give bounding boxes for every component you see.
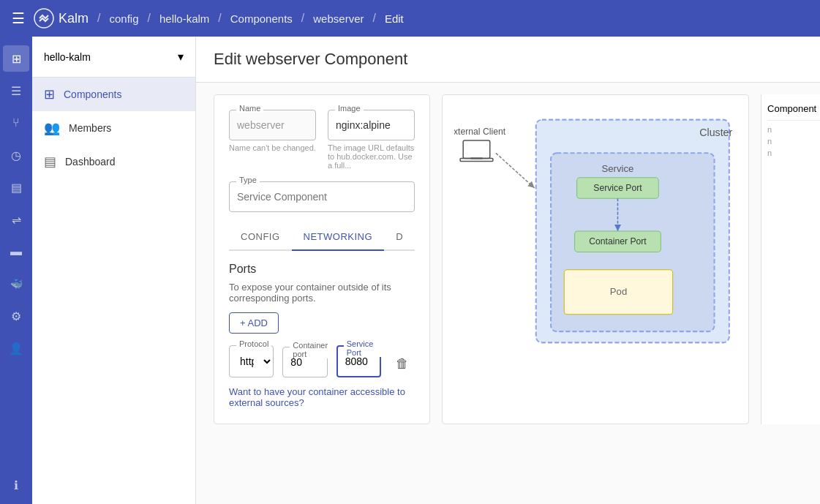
svg-rect-13: [463, 140, 490, 158]
breadcrumb-edit: Edit: [385, 12, 404, 25]
tab-networking[interactable]: NETWORKING: [292, 224, 385, 251]
port-row: Protocol http https tcp udp Container po…: [229, 345, 415, 377]
members-icon: 👥: [44, 120, 60, 136]
nav-item-members[interactable]: 👥 Members: [32, 111, 195, 145]
add-port-button[interactable]: + ADD: [229, 312, 279, 334]
tab-config[interactable]: CONFIG: [229, 224, 292, 249]
breadcrumb-webserver[interactable]: webserver: [313, 12, 364, 25]
sidebar-icon-grid[interactable]: ⊞: [3, 45, 29, 72]
sidebar-icon-layers[interactable]: ▤: [3, 174, 29, 200]
type-input[interactable]: [229, 181, 415, 212]
logo-text: Kalm: [59, 11, 89, 26]
name-image-row: Name Name can't be changed. Image The im…: [229, 110, 415, 170]
breadcrumb-components[interactable]: Components: [230, 12, 293, 25]
sidebar-icon-shuffle[interactable]: ⇌: [3, 206, 29, 233]
nav-label-components: Components: [64, 89, 121, 100]
name-label: Name: [236, 104, 263, 113]
service-port-label: Service Port: [344, 339, 381, 357]
component-panel: Component n n n: [761, 94, 820, 424]
protocol-select[interactable]: http https tcp udp: [229, 345, 274, 377]
sep2: /: [148, 12, 151, 25]
component-panel-item1: n: [767, 120, 820, 134]
menu-icon[interactable]: ☰: [12, 10, 25, 27]
diagram-container: Cluster Service Service Port Container P…: [454, 107, 737, 356]
type-label: Type: [236, 176, 260, 184]
chevron-down-icon: ▾: [178, 50, 184, 64]
svg-text:Cluster: Cluster: [699, 127, 732, 138]
image-input[interactable]: [328, 110, 415, 140]
component-panel-title: Component: [767, 103, 820, 114]
page-header: Edit webserver Component: [196, 37, 820, 83]
top-nav: ☰ Kalm / config / hello-kalm / Component…: [0, 0, 820, 37]
protocol-field: Protocol http https tcp udp: [229, 345, 274, 377]
sidebar-icon-clock[interactable]: ◷: [3, 142, 29, 168]
sidebar-icon-info[interactable]: ℹ: [3, 472, 29, 498]
sidebar-icon-docker[interactable]: 🐳: [3, 271, 29, 297]
sidebar-icon-settings[interactable]: ⚙: [3, 303, 29, 329]
sep5: /: [372, 12, 375, 25]
name-field-group: Name Name can't be changed.: [229, 110, 316, 170]
component-panel-item3: n: [767, 146, 820, 157]
svg-point-0: [34, 9, 53, 28]
left-nav: hello-kalm ▾ ⊞ Components 👥 Members ▤ Da…: [32, 37, 196, 504]
svg-text:External Client: External Client: [454, 127, 506, 137]
name-input[interactable]: [229, 110, 316, 140]
tabs-row: CONFIG NETWORKING D: [229, 224, 415, 251]
type-field-group: Type: [229, 181, 415, 212]
svg-text:Service Port: Service Port: [593, 183, 642, 193]
content-body: Name Name can't be changed. Image The im…: [196, 83, 820, 436]
svg-text:Pod: Pod: [610, 286, 627, 297]
nav-label-dashboard: Dashboard: [65, 156, 116, 168]
dashboard-icon: ▤: [44, 154, 56, 170]
nav-item-dashboard[interactable]: ▤ Dashboard: [32, 145, 195, 178]
kalm-logo-icon: [34, 8, 54, 29]
breadcrumb-hello-kalm[interactable]: hello-kalm: [159, 12, 209, 25]
breadcrumb-apps[interactable]: config: [109, 12, 138, 25]
form-card: Name Name can't be changed. Image The im…: [214, 94, 430, 424]
sep3: /: [218, 12, 221, 25]
sep4: /: [301, 12, 304, 25]
sidebar-icon-list[interactable]: ☰: [3, 78, 29, 104]
tab-d[interactable]: D: [384, 224, 415, 249]
page-title: Edit webserver Component: [214, 50, 802, 69]
ports-title: Ports: [229, 263, 415, 276]
component-panel-item2: n: [767, 134, 820, 146]
namespace-name: hello-kalm: [44, 51, 91, 63]
components-icon: ⊞: [44, 86, 55, 102]
diagram-card: Cluster Service Service Port Container P…: [442, 94, 749, 424]
svg-text:Container Port: Container Port: [589, 236, 647, 247]
container-port-label: Container port: [290, 341, 331, 358]
name-hint: Name can't be changed.: [229, 143, 316, 152]
image-hint: The image URL defaults to hub.docker.com…: [328, 143, 415, 170]
sidebar-icon-storage[interactable]: ▬: [3, 238, 29, 265]
svg-text:Service: Service: [601, 163, 633, 174]
content-area: Edit webserver Component Name Name can't…: [196, 37, 820, 504]
container-port-field: Container port: [282, 347, 327, 377]
service-port-field: Service Port: [336, 345, 381, 377]
network-diagram: Cluster Service Service Port Container P…: [454, 107, 737, 356]
logo: Kalm: [34, 8, 89, 29]
image-label: Image: [335, 104, 364, 113]
namespace-selector[interactable]: hello-kalm ▾: [32, 37, 195, 78]
sidebar-icons: ⊞ ☰ ⑂ ◷ ▤ ⇌ ▬ 🐳 ⚙ 👤 ℹ: [0, 37, 32, 504]
ports-desc: To expose your container outside of itsc…: [229, 282, 415, 304]
protocol-label: Protocol: [236, 339, 271, 348]
type-row: Type: [229, 181, 415, 212]
nav-label-members: Members: [69, 122, 111, 134]
image-field-group: Image The image URL defaults to hub.dock…: [328, 110, 415, 170]
sep1: /: [97, 12, 100, 25]
svg-line-16: [496, 153, 535, 188]
sidebar-icon-share[interactable]: ⑂: [3, 110, 29, 136]
delete-port-button[interactable]: 🗑: [390, 350, 415, 377]
external-link[interactable]: Want to have your container accessible t…: [229, 386, 415, 408]
nav-item-components[interactable]: ⊞ Components: [32, 78, 195, 111]
sidebar-icon-person[interactable]: 👤: [3, 335, 29, 361]
